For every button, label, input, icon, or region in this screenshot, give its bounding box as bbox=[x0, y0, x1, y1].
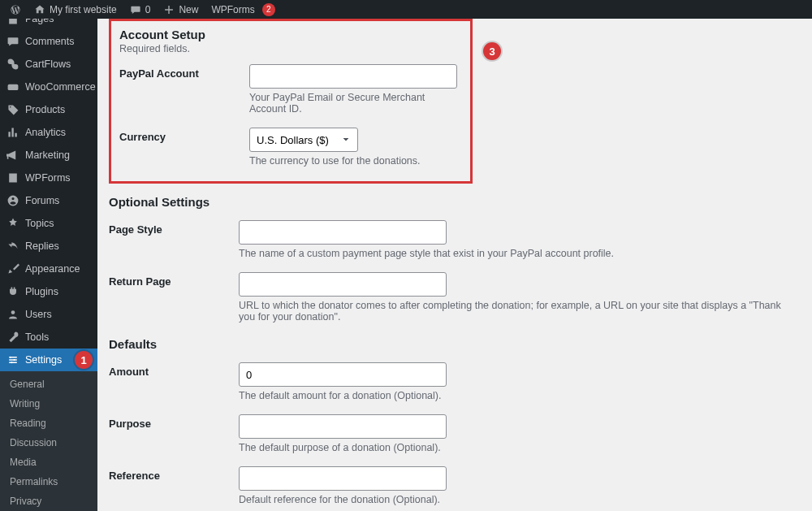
sidebar-item-wpforms[interactable]: WPForms bbox=[0, 167, 97, 189]
sidebar-item-products[interactable]: Products bbox=[0, 98, 97, 121]
settings-icon bbox=[6, 353, 19, 366]
account-setup-heading: Account Setup bbox=[119, 28, 462, 41]
submenu-general[interactable]: General bbox=[0, 375, 97, 394]
required-note: Required fields. bbox=[119, 43, 462, 54]
paypal-account-input[interactable] bbox=[249, 64, 457, 89]
svg-point-3 bbox=[11, 362, 12, 363]
forum-icon bbox=[6, 194, 19, 207]
admin-sidebar: Pages Comments CartFlows WooCommerce Pro… bbox=[0, 19, 97, 511]
form-icon bbox=[6, 171, 19, 184]
currency-select[interactable]: U.S. Dollars ($) bbox=[249, 128, 358, 152]
sidebar-item-woocommerce[interactable]: WooCommerce bbox=[0, 76, 97, 98]
topic-icon bbox=[6, 217, 19, 230]
sidebar-item-label: Comments bbox=[25, 36, 74, 47]
purpose-input[interactable] bbox=[239, 414, 447, 439]
page-icon bbox=[6, 19, 19, 25]
sidebar-item-label: Replies bbox=[25, 240, 59, 252]
submenu-privacy[interactable]: Privacy bbox=[0, 492, 97, 511]
amount-label: Amount bbox=[109, 353, 239, 405]
currency-desc: The currency to use for the donations. bbox=[249, 155, 462, 167]
submenu-permalinks[interactable]: Permalinks bbox=[0, 472, 97, 492]
new-content-link[interactable]: New bbox=[157, 0, 205, 19]
svg-point-2 bbox=[14, 359, 15, 361]
sidebar-item-label: Analytics bbox=[25, 127, 66, 138]
sidebar-item-forums[interactable]: Forums bbox=[0, 189, 97, 212]
purpose-label: Purpose bbox=[109, 405, 239, 457]
sidebar-item-label: Appearance bbox=[25, 263, 80, 275]
cartflows-icon bbox=[6, 58, 19, 71]
reference-label: Reference bbox=[109, 457, 239, 509]
sidebar-item-label: Marketing bbox=[25, 149, 70, 161]
sidebar-item-pages[interactable]: Pages bbox=[0, 19, 97, 30]
sidebar-item-label: Products bbox=[25, 104, 65, 115]
sidebar-item-plugins[interactable]: Plugins bbox=[0, 280, 97, 303]
sidebar-item-settings[interactable]: Settings 1 bbox=[0, 349, 97, 371]
submenu-media[interactable]: Media bbox=[0, 453, 97, 472]
wordpress-icon bbox=[10, 4, 21, 15]
wp-logo[interactable] bbox=[3, 0, 28, 19]
svg-point-1 bbox=[10, 357, 11, 358]
page-style-desc: The name of a custom payment page style … bbox=[239, 248, 797, 259]
currency-label: Currency bbox=[119, 118, 249, 170]
defaults-heading: Defaults bbox=[109, 337, 797, 351]
appearance-icon bbox=[6, 262, 19, 275]
sidebar-item-label: Topics bbox=[25, 218, 54, 229]
wpforms-label: WPForms bbox=[211, 4, 254, 15]
amount-input[interactable] bbox=[239, 362, 447, 387]
megaphone-icon bbox=[6, 149, 19, 162]
paypal-account-desc: Your PayPal Email or Secure Merchant Acc… bbox=[249, 92, 462, 115]
sidebar-item-label: Forums bbox=[25, 195, 59, 206]
wpforms-badge: 2 bbox=[262, 3, 275, 16]
users-icon bbox=[6, 308, 19, 321]
reference-input[interactable] bbox=[239, 466, 447, 491]
return-page-desc: URL to which the donator comes to after … bbox=[239, 300, 797, 323]
comments-link[interactable]: 0 bbox=[123, 0, 158, 19]
submenu-writing[interactable]: Writing bbox=[0, 394, 97, 414]
site-name-link[interactable]: My first website bbox=[28, 0, 123, 19]
paypal-account-label: PayPal Account bbox=[119, 54, 249, 118]
submenu-reading[interactable]: Reading bbox=[0, 414, 97, 433]
wpforms-link[interactable]: WPForms 2 bbox=[205, 0, 281, 19]
comment-icon bbox=[6, 35, 19, 48]
sidebar-item-label: CartFlows bbox=[25, 58, 71, 70]
chart-icon bbox=[6, 126, 19, 139]
callout-1: 1 bbox=[75, 351, 93, 369]
sidebar-item-replies[interactable]: Replies bbox=[0, 235, 97, 258]
sidebar-item-appearance[interactable]: Appearance bbox=[0, 258, 97, 280]
return-page-label: Return Page bbox=[109, 262, 239, 326]
reference-desc: Default reference for the donation (Opti… bbox=[239, 494, 797, 505]
account-setup-section: 3 Account Setup Required fields. PayPal … bbox=[109, 19, 473, 184]
sidebar-item-label: Users bbox=[25, 309, 52, 320]
optional-settings-heading: Optional Settings bbox=[109, 195, 797, 209]
sidebar-item-marketing[interactable]: Marketing bbox=[0, 144, 97, 167]
replies-icon bbox=[6, 240, 19, 253]
plugin-icon bbox=[6, 285, 19, 298]
tools-icon bbox=[6, 331, 19, 344]
callout-3: 3 bbox=[483, 42, 501, 60]
sidebar-item-analytics[interactable]: Analytics bbox=[0, 121, 97, 144]
sidebar-item-label: Pages bbox=[25, 19, 54, 24]
comment-icon bbox=[130, 4, 141, 15]
site-name-label: My first website bbox=[50, 4, 117, 15]
amount-desc: The default amount for a donation (Optio… bbox=[239, 390, 797, 401]
new-content-label: New bbox=[179, 4, 198, 15]
sidebar-item-topics[interactable]: Topics bbox=[0, 212, 97, 235]
sidebar-item-label: WooCommerce bbox=[25, 81, 96, 93]
admin-bar: My first website 0 New WPForms 2 bbox=[0, 0, 812, 19]
sidebar-item-users[interactable]: Users bbox=[0, 303, 97, 326]
sidebar-item-cartflows[interactable]: CartFlows bbox=[0, 53, 97, 76]
page-style-input[interactable] bbox=[239, 220, 447, 245]
page-style-label: Page Style bbox=[109, 210, 239, 262]
comments-count-label: 0 bbox=[145, 4, 151, 15]
submenu-discussion[interactable]: Discussion bbox=[0, 433, 97, 453]
sidebar-item-label: WPForms bbox=[25, 172, 71, 184]
settings-submenu: General Writing Reading Discussion Media… bbox=[0, 371, 97, 511]
content-wrap: 3 Account Setup Required fields. PayPal … bbox=[97, 19, 812, 511]
return-page-input[interactable] bbox=[239, 272, 447, 297]
plus-icon bbox=[163, 4, 175, 15]
tag-icon bbox=[6, 103, 19, 116]
sidebar-item-comments[interactable]: Comments bbox=[0, 30, 97, 53]
sidebar-item-label: Settings bbox=[25, 354, 62, 366]
purpose-desc: The default purpose of a donation (Optio… bbox=[239, 442, 797, 453]
sidebar-item-tools[interactable]: Tools bbox=[0, 326, 97, 349]
